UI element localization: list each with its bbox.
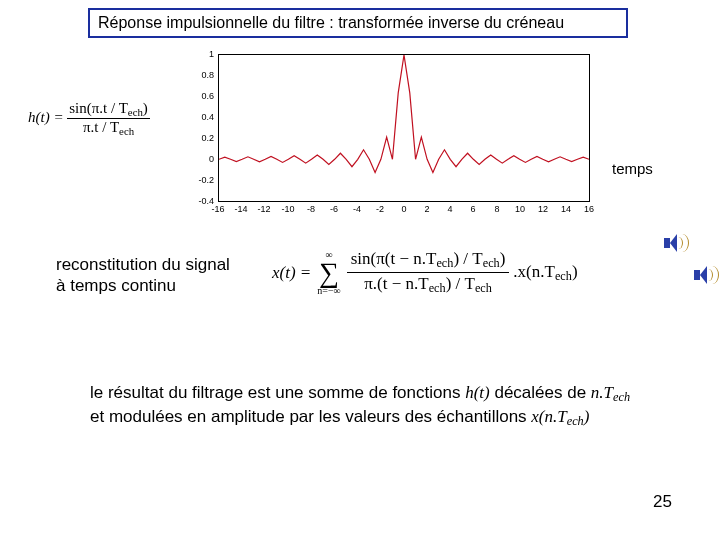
formula-impulse-response: h(t) = sin(π.t / Tech) π.t / Tech [28, 100, 150, 136]
y-tick: 0.6 [190, 96, 214, 106]
speaker-icon[interactable] [662, 232, 688, 254]
y-tick: 0.2 [190, 138, 214, 148]
x-tick: -8 [299, 204, 323, 214]
x-tick: 6 [461, 204, 485, 214]
x-tick: 16 [577, 204, 601, 214]
x-tick: -10 [276, 204, 300, 214]
x-tick: 0 [392, 204, 416, 214]
y-tick: -0.2 [190, 180, 214, 190]
x-tick: -2 [368, 204, 392, 214]
page-number: 25 [653, 492, 672, 512]
speaker-icon[interactable] [692, 264, 718, 286]
plot-frame [218, 54, 590, 202]
x-tick: -6 [322, 204, 346, 214]
x-tick: 10 [508, 204, 532, 214]
x-tick: 14 [554, 204, 578, 214]
x-tick: 4 [438, 204, 462, 214]
y-tick: 0.4 [190, 117, 214, 127]
sinc-chart: 1 0.8 0.6 0.4 0.2 0 -0.2 -0.4 -16 -14 -1… [190, 46, 610, 216]
y-tick: 1 [190, 54, 214, 64]
x-tick: -14 [229, 204, 253, 214]
x-tick: -4 [345, 204, 369, 214]
x-axis-label: temps [612, 160, 653, 177]
sinc-curve [219, 55, 589, 201]
formula-reconstruction: x(t) = ∞ ∑ n=−∞ sin(π(t − n.Tech) / Tech… [272, 248, 578, 297]
page-title: Réponse impulsionnelle du filtre : trans… [88, 8, 628, 38]
reconstitution-text: reconstitution du signal à temps continu [56, 254, 230, 297]
y-tick: 0 [190, 159, 214, 169]
result-paragraph: le résultat du filtrage est une somme de… [90, 382, 630, 429]
x-tick: 8 [485, 204, 509, 214]
x-tick: -12 [252, 204, 276, 214]
x-tick: 2 [415, 204, 439, 214]
x-tick: 12 [531, 204, 555, 214]
y-tick: 0.8 [190, 75, 214, 85]
x-tick: -16 [206, 204, 230, 214]
